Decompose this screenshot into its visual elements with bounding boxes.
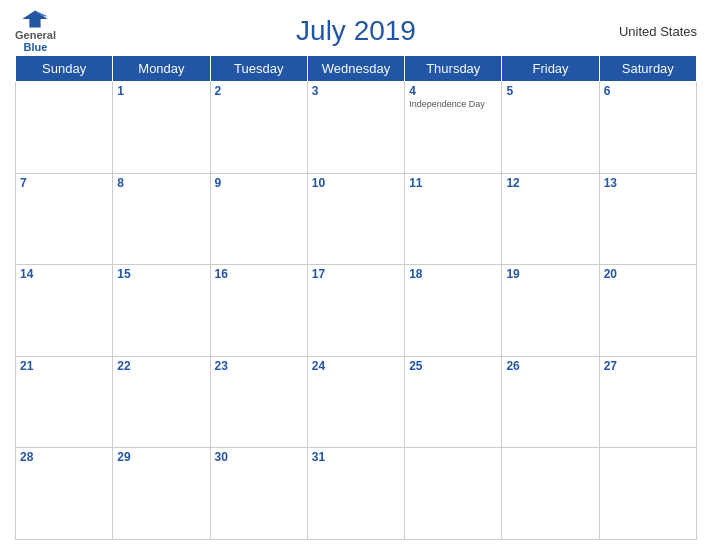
table-row: 12 xyxy=(502,173,599,265)
col-wednesday: Wednesday xyxy=(307,56,404,82)
table-row: 16 xyxy=(210,265,307,357)
day-number: 2 xyxy=(215,84,303,98)
table-row: 14 xyxy=(16,265,113,357)
table-row: 27 xyxy=(599,356,696,448)
logo-general-text: General xyxy=(15,29,56,41)
day-number: 21 xyxy=(20,359,108,373)
logo-blue-text: Blue xyxy=(24,41,48,53)
day-number: 25 xyxy=(409,359,497,373)
day-number: 17 xyxy=(312,267,400,281)
day-event: Independence Day xyxy=(409,99,497,109)
table-row: 9 xyxy=(210,173,307,265)
table-row: 2 xyxy=(210,82,307,174)
day-number: 3 xyxy=(312,84,400,98)
day-number: 31 xyxy=(312,450,400,464)
table-row: 3 xyxy=(307,82,404,174)
table-row: 1 xyxy=(113,82,210,174)
table-row xyxy=(405,448,502,540)
table-row: 18 xyxy=(405,265,502,357)
table-row: 28 xyxy=(16,448,113,540)
table-row: 24 xyxy=(307,356,404,448)
table-row: 15 xyxy=(113,265,210,357)
calendar-header: General Blue July 2019 United States xyxy=(15,10,697,55)
calendar-row: 1234Independence Day56 xyxy=(16,82,697,174)
month-title: July 2019 xyxy=(296,15,416,47)
table-row: 26 xyxy=(502,356,599,448)
day-number: 29 xyxy=(117,450,205,464)
calendar-row: 21222324252627 xyxy=(16,356,697,448)
table-row: 8 xyxy=(113,173,210,265)
day-number: 5 xyxy=(506,84,594,98)
table-row: 23 xyxy=(210,356,307,448)
day-number: 30 xyxy=(215,450,303,464)
table-row: 29 xyxy=(113,448,210,540)
day-number: 26 xyxy=(506,359,594,373)
logo-icon xyxy=(21,9,49,29)
table-row: 11 xyxy=(405,173,502,265)
col-saturday: Saturday xyxy=(599,56,696,82)
day-number: 9 xyxy=(215,176,303,190)
day-number: 23 xyxy=(215,359,303,373)
day-number: 15 xyxy=(117,267,205,281)
day-number: 10 xyxy=(312,176,400,190)
calendar-row: 28293031 xyxy=(16,448,697,540)
col-monday: Monday xyxy=(113,56,210,82)
col-tuesday: Tuesday xyxy=(210,56,307,82)
calendar-row: 14151617181920 xyxy=(16,265,697,357)
table-row: 4Independence Day xyxy=(405,82,502,174)
calendar-row: 78910111213 xyxy=(16,173,697,265)
calendar-table: Sunday Monday Tuesday Wednesday Thursday… xyxy=(15,55,697,540)
table-row xyxy=(16,82,113,174)
table-row: 6 xyxy=(599,82,696,174)
day-number: 11 xyxy=(409,176,497,190)
col-friday: Friday xyxy=(502,56,599,82)
table-row: 7 xyxy=(16,173,113,265)
table-row: 21 xyxy=(16,356,113,448)
day-number: 18 xyxy=(409,267,497,281)
day-number: 7 xyxy=(20,176,108,190)
table-row: 13 xyxy=(599,173,696,265)
day-number: 13 xyxy=(604,176,692,190)
day-number: 27 xyxy=(604,359,692,373)
table-row: 20 xyxy=(599,265,696,357)
day-number: 1 xyxy=(117,84,205,98)
table-row: 22 xyxy=(113,356,210,448)
calendar-header-row: Sunday Monday Tuesday Wednesday Thursday… xyxy=(16,56,697,82)
logo: General Blue xyxy=(15,9,56,53)
table-row: 5 xyxy=(502,82,599,174)
day-number: 24 xyxy=(312,359,400,373)
calendar-body: 1234Independence Day56789101112131415161… xyxy=(16,82,697,540)
country-label: United States xyxy=(619,24,697,39)
svg-marker-0 xyxy=(23,11,48,28)
table-row: 19 xyxy=(502,265,599,357)
table-row: 30 xyxy=(210,448,307,540)
table-row xyxy=(502,448,599,540)
col-thursday: Thursday xyxy=(405,56,502,82)
day-number: 20 xyxy=(604,267,692,281)
day-number: 22 xyxy=(117,359,205,373)
table-row: 17 xyxy=(307,265,404,357)
table-row xyxy=(599,448,696,540)
table-row: 10 xyxy=(307,173,404,265)
day-number: 12 xyxy=(506,176,594,190)
table-row: 31 xyxy=(307,448,404,540)
day-number: 8 xyxy=(117,176,205,190)
day-number: 28 xyxy=(20,450,108,464)
day-number: 6 xyxy=(604,84,692,98)
day-number: 16 xyxy=(215,267,303,281)
table-row: 25 xyxy=(405,356,502,448)
day-number: 4 xyxy=(409,84,497,98)
day-number: 14 xyxy=(20,267,108,281)
day-number: 19 xyxy=(506,267,594,281)
col-sunday: Sunday xyxy=(16,56,113,82)
days-of-week-row: Sunday Monday Tuesday Wednesday Thursday… xyxy=(16,56,697,82)
